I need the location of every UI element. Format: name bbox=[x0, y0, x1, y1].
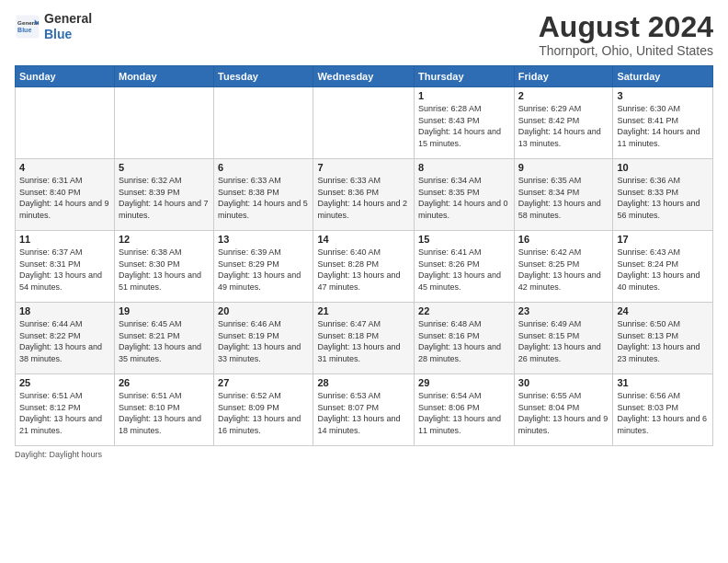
day-number: 11 bbox=[19, 234, 110, 245]
day-info: Sunrise: 6:30 AMSunset: 8:41 PMDaylight:… bbox=[617, 103, 709, 149]
day-info: Sunrise: 6:35 AMSunset: 8:34 PMDaylight:… bbox=[518, 175, 609, 221]
col-sunday: Sunday bbox=[16, 66, 115, 87]
calendar-table: Sunday Monday Tuesday Wednesday Thursday… bbox=[15, 65, 713, 446]
table-row: 7Sunrise: 6:33 AMSunset: 8:36 PMDaylight… bbox=[313, 159, 415, 231]
table-row: 6Sunrise: 6:33 AMSunset: 8:38 PMDaylight… bbox=[214, 159, 313, 231]
day-number: 24 bbox=[617, 305, 709, 316]
day-number: 15 bbox=[418, 234, 510, 245]
table-row: 10Sunrise: 6:36 AMSunset: 8:33 PMDayligh… bbox=[613, 159, 713, 231]
day-info: Sunrise: 6:52 AMSunset: 8:09 PMDaylight:… bbox=[218, 390, 309, 436]
calendar-week-row: 25Sunrise: 6:51 AMSunset: 8:12 PMDayligh… bbox=[16, 374, 713, 446]
table-row: 28Sunrise: 6:53 AMSunset: 8:07 PMDayligh… bbox=[313, 374, 415, 446]
daylight-footer: Daylight: Daylight hours bbox=[15, 450, 713, 459]
day-number: 8 bbox=[418, 162, 510, 173]
day-number: 4 bbox=[19, 162, 110, 173]
table-row: 19Sunrise: 6:45 AMSunset: 8:21 PMDayligh… bbox=[114, 303, 213, 374]
table-row bbox=[313, 87, 415, 159]
day-info: Sunrise: 6:44 AMSunset: 8:22 PMDaylight:… bbox=[19, 318, 110, 364]
day-number: 19 bbox=[119, 305, 210, 316]
table-row: 17Sunrise: 6:43 AMSunset: 8:24 PMDayligh… bbox=[613, 231, 713, 303]
day-number: 16 bbox=[518, 234, 609, 245]
day-number: 7 bbox=[317, 162, 410, 173]
table-row: 15Sunrise: 6:41 AMSunset: 8:26 PMDayligh… bbox=[415, 231, 515, 303]
day-info: Sunrise: 6:54 AMSunset: 8:06 PMDaylight:… bbox=[418, 390, 510, 436]
day-number: 26 bbox=[119, 377, 210, 388]
day-info: Sunrise: 6:49 AMSunset: 8:15 PMDaylight:… bbox=[518, 318, 609, 364]
day-info: Sunrise: 6:48 AMSunset: 8:16 PMDaylight:… bbox=[418, 318, 510, 364]
table-row: 18Sunrise: 6:44 AMSunset: 8:22 PMDayligh… bbox=[16, 303, 115, 374]
table-row: 27Sunrise: 6:52 AMSunset: 8:09 PMDayligh… bbox=[214, 374, 313, 446]
daylight-label: Daylight: bbox=[15, 450, 47, 459]
table-row: 3Sunrise: 6:30 AMSunset: 8:41 PMDaylight… bbox=[613, 87, 713, 159]
table-row bbox=[16, 87, 115, 159]
day-number: 25 bbox=[19, 377, 110, 388]
day-info: Sunrise: 6:37 AMSunset: 8:31 PMDaylight:… bbox=[19, 247, 110, 293]
table-row: 29Sunrise: 6:54 AMSunset: 8:06 PMDayligh… bbox=[415, 374, 515, 446]
table-row: 13Sunrise: 6:39 AMSunset: 8:29 PMDayligh… bbox=[214, 231, 313, 303]
calendar-week-row: 11Sunrise: 6:37 AMSunset: 8:31 PMDayligh… bbox=[16, 231, 713, 303]
col-saturday: Saturday bbox=[613, 66, 713, 87]
day-number: 21 bbox=[317, 305, 410, 316]
day-number: 6 bbox=[218, 162, 309, 173]
daylight-hours-label: Daylight hours bbox=[50, 450, 103, 459]
header: General Blue General Blue August 2024 Th… bbox=[15, 11, 713, 58]
table-row: 24Sunrise: 6:50 AMSunset: 8:13 PMDayligh… bbox=[613, 303, 713, 374]
calendar-week-row: 4Sunrise: 6:31 AMSunset: 8:40 PMDaylight… bbox=[16, 159, 713, 231]
day-info: Sunrise: 6:34 AMSunset: 8:35 PMDaylight:… bbox=[418, 175, 510, 221]
table-row: 31Sunrise: 6:56 AMSunset: 8:03 PMDayligh… bbox=[613, 374, 713, 446]
day-number: 5 bbox=[119, 162, 210, 173]
day-info: Sunrise: 6:47 AMSunset: 8:18 PMDaylight:… bbox=[317, 318, 410, 364]
svg-text:Blue: Blue bbox=[17, 27, 31, 33]
day-info: Sunrise: 6:43 AMSunset: 8:24 PMDaylight:… bbox=[617, 247, 709, 293]
col-thursday: Thursday bbox=[415, 66, 515, 87]
calendar-header-row: Sunday Monday Tuesday Wednesday Thursday… bbox=[16, 66, 713, 87]
day-number: 12 bbox=[119, 234, 210, 245]
table-row: 14Sunrise: 6:40 AMSunset: 8:28 PMDayligh… bbox=[313, 231, 415, 303]
table-row: 22Sunrise: 6:48 AMSunset: 8:16 PMDayligh… bbox=[415, 303, 515, 374]
logo-text: General Blue bbox=[44, 11, 92, 42]
day-info: Sunrise: 6:45 AMSunset: 8:21 PMDaylight:… bbox=[119, 318, 210, 364]
table-row: 8Sunrise: 6:34 AMSunset: 8:35 PMDaylight… bbox=[415, 159, 515, 231]
day-number: 3 bbox=[617, 90, 709, 101]
logo: General Blue General Blue bbox=[15, 11, 92, 42]
calendar-week-row: 1Sunrise: 6:28 AMSunset: 8:43 PMDaylight… bbox=[16, 87, 713, 159]
day-number: 30 bbox=[518, 377, 609, 388]
table-row bbox=[114, 87, 213, 159]
table-row: 25Sunrise: 6:51 AMSunset: 8:12 PMDayligh… bbox=[16, 374, 115, 446]
day-info: Sunrise: 6:51 AMSunset: 8:12 PMDaylight:… bbox=[19, 390, 110, 436]
table-row: 23Sunrise: 6:49 AMSunset: 8:15 PMDayligh… bbox=[514, 303, 613, 374]
day-number: 22 bbox=[418, 305, 510, 316]
day-info: Sunrise: 6:38 AMSunset: 8:30 PMDaylight:… bbox=[119, 247, 210, 293]
table-row bbox=[214, 87, 313, 159]
table-row: 21Sunrise: 6:47 AMSunset: 8:18 PMDayligh… bbox=[313, 303, 415, 374]
day-info: Sunrise: 6:39 AMSunset: 8:29 PMDaylight:… bbox=[218, 247, 309, 293]
day-info: Sunrise: 6:56 AMSunset: 8:03 PMDaylight:… bbox=[617, 390, 709, 436]
table-row: 16Sunrise: 6:42 AMSunset: 8:25 PMDayligh… bbox=[514, 231, 613, 303]
logo-blue: Blue bbox=[44, 27, 92, 42]
title-block: August 2024 Thornport, Ohio, United Stat… bbox=[539, 11, 713, 58]
day-number: 27 bbox=[218, 377, 309, 388]
day-info: Sunrise: 6:46 AMSunset: 8:19 PMDaylight:… bbox=[218, 318, 309, 364]
day-info: Sunrise: 6:33 AMSunset: 8:38 PMDaylight:… bbox=[218, 175, 309, 221]
logo-icon: General Blue bbox=[15, 14, 40, 40]
day-number: 2 bbox=[518, 90, 609, 101]
day-number: 14 bbox=[317, 234, 410, 245]
day-number: 1 bbox=[418, 90, 510, 101]
table-row: 5Sunrise: 6:32 AMSunset: 8:39 PMDaylight… bbox=[114, 159, 213, 231]
day-number: 20 bbox=[218, 305, 309, 316]
col-tuesday: Tuesday bbox=[214, 66, 313, 87]
day-info: Sunrise: 6:36 AMSunset: 8:33 PMDaylight:… bbox=[617, 175, 709, 221]
table-row: 2Sunrise: 6:29 AMSunset: 8:42 PMDaylight… bbox=[514, 87, 613, 159]
page: General Blue General Blue August 2024 Th… bbox=[0, 0, 728, 563]
day-number: 29 bbox=[418, 377, 510, 388]
calendar-week-row: 18Sunrise: 6:44 AMSunset: 8:22 PMDayligh… bbox=[16, 303, 713, 374]
day-info: Sunrise: 6:28 AMSunset: 8:43 PMDaylight:… bbox=[418, 103, 510, 149]
day-number: 23 bbox=[518, 305, 609, 316]
day-info: Sunrise: 6:33 AMSunset: 8:36 PMDaylight:… bbox=[317, 175, 410, 221]
day-info: Sunrise: 6:42 AMSunset: 8:25 PMDaylight:… bbox=[518, 247, 609, 293]
day-info: Sunrise: 6:51 AMSunset: 8:10 PMDaylight:… bbox=[119, 390, 210, 436]
table-row: 9Sunrise: 6:35 AMSunset: 8:34 PMDaylight… bbox=[514, 159, 613, 231]
day-info: Sunrise: 6:50 AMSunset: 8:13 PMDaylight:… bbox=[617, 318, 709, 364]
table-row: 11Sunrise: 6:37 AMSunset: 8:31 PMDayligh… bbox=[16, 231, 115, 303]
table-row: 1Sunrise: 6:28 AMSunset: 8:43 PMDaylight… bbox=[415, 87, 515, 159]
